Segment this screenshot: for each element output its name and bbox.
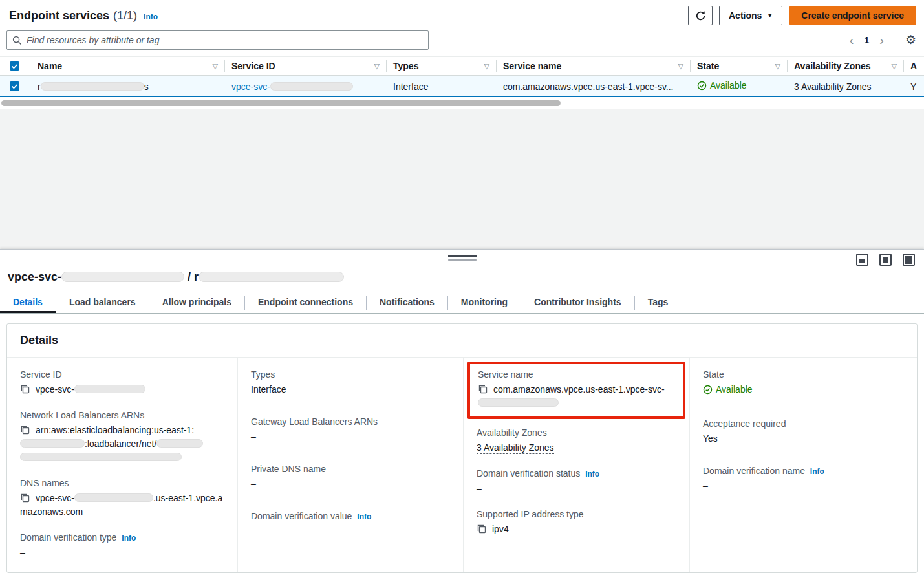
redacted-text (41, 82, 144, 91)
field-domain-verification-type: Domain verification type Info – (20, 532, 224, 559)
column-header-service-name[interactable]: Service name▽ (497, 60, 691, 72)
copy-icon[interactable] (20, 425, 30, 435)
copy-icon[interactable] (478, 384, 488, 395)
field-types: Types Interface (251, 369, 450, 396)
sort-icon[interactable]: ▽ (775, 62, 780, 70)
details-column-3: Service name com.amazonaws.vpce.us-east-… (464, 358, 690, 572)
refresh-button[interactable] (688, 6, 713, 25)
redacted-text (61, 272, 184, 282)
column-header-types[interactable]: Types▽ (387, 60, 497, 72)
field-state: State Available (703, 369, 904, 398)
search-input[interactable] (27, 35, 423, 45)
tab-allow-principals[interactable]: Allow principals (149, 293, 244, 313)
table-header-row: Name▽ Service ID▽ Types▽ Service name▽ S… (0, 57, 924, 76)
info-link[interactable]: Info (357, 512, 371, 521)
info-link[interactable]: Info (810, 467, 824, 476)
field-availability-zones: Availability Zones 3 Availability Zones (477, 427, 676, 455)
cell-state: Available (691, 80, 788, 92)
copy-icon[interactable] (477, 524, 487, 534)
field-service-id: Service ID vpce-svc- (20, 369, 224, 396)
scrollbar-thumb[interactable] (1, 100, 561, 106)
field-dns-names: DNS names vpce-svc-.us-east-1.vpce.amazo… (20, 478, 224, 519)
tab-monitoring[interactable]: Monitoring (448, 293, 521, 313)
details-card: Details Service ID vpce-svc- Network Loa… (6, 323, 918, 573)
field-label: Private DNS name (251, 464, 450, 474)
tab-contributor-insights[interactable]: Contributor Insights (521, 293, 634, 313)
tab-endpoint-connections[interactable]: Endpoint connections (245, 293, 366, 313)
status-available-icon (703, 385, 713, 395)
field-label: Service name (478, 369, 675, 380)
cell-name: rs (31, 81, 225, 92)
field-domain-verification-value: Domain verification value Info – (251, 511, 450, 538)
select-all-checkbox[interactable] (10, 61, 19, 71)
page-number[interactable]: 1 (861, 35, 872, 45)
details-column-2: Types Interface Gateway Load Balancers A… (238, 358, 464, 572)
gear-icon[interactable]: ⚙ (905, 34, 916, 47)
cell-service-name: com.amazonaws.vpce.us-east-1.vpce-sv... (497, 81, 691, 92)
field-label: Types (251, 369, 450, 380)
availability-zones-popover[interactable]: 3 Availability Zones (794, 81, 872, 92)
search-box[interactable] (6, 30, 429, 50)
field-acceptance-required: Acceptance required Yes (703, 418, 904, 446)
row-checkbox[interactable] (10, 81, 19, 91)
redacted-text (270, 82, 353, 91)
next-page-icon[interactable]: › (874, 34, 889, 47)
column-header-name[interactable]: Name▽ (31, 60, 225, 72)
field-domain-verification-name: Domain verification name Info – (703, 466, 904, 493)
status-available-icon (697, 81, 707, 91)
field-label: Network Load Balancers ARNs (20, 410, 224, 420)
field-label: Supported IP address type (477, 509, 676, 519)
sort-icon[interactable]: ▽ (484, 62, 489, 70)
check-icon (11, 83, 18, 90)
panel-resize-handle[interactable] (448, 255, 477, 261)
tab-details[interactable]: Details (0, 293, 56, 313)
create-label: Create endpoint service (801, 10, 904, 21)
field-domain-verification-status: Domain verification status Info – (477, 468, 676, 495)
field-service-name: Service name com.amazonaws.vpce.us-east-… (478, 369, 675, 410)
sort-icon[interactable]: ▽ (892, 62, 897, 70)
service-id-link[interactable]: vpce-svc- (231, 81, 353, 92)
search-icon (12, 36, 22, 45)
column-header-availability-zones[interactable]: Availability Zones▽ (788, 60, 904, 72)
table-row[interactable]: rs vpce-svc- Interface com.amazonaws.vpc… (0, 76, 924, 97)
field-private-dns-name: Private DNS name – (251, 464, 450, 491)
title-info-link[interactable]: Info (144, 12, 158, 21)
tab-load-balancers[interactable]: Load balancers (56, 293, 149, 313)
panel-half-size-icon[interactable] (879, 254, 892, 266)
field-nlb-arns: Network Load Balancers ARNs arn:aws:elas… (20, 410, 224, 464)
cell-partial: Y (904, 81, 924, 92)
refresh-icon (695, 10, 706, 21)
previous-page-icon[interactable]: ‹ (844, 34, 859, 47)
availability-zones-popover[interactable]: 3 Availability Zones (477, 442, 554, 454)
details-card-title: Details (7, 324, 917, 358)
field-supported-ip-address-type: Supported IP address type ipv4 (477, 509, 676, 536)
cell-service-id: vpce-svc- (225, 81, 387, 92)
tab-notifications[interactable]: Notifications (367, 293, 447, 313)
create-endpoint-service-button[interactable]: Create endpoint service (789, 6, 916, 25)
redacted-text (20, 439, 85, 448)
redacted-text (20, 453, 182, 461)
sort-icon[interactable]: ▽ (374, 62, 380, 70)
field-label: Acceptance required (703, 418, 904, 429)
column-header-state[interactable]: State▽ (691, 60, 788, 72)
info-link[interactable]: Info (585, 470, 599, 479)
detail-tabs: Details Load balancers Allow principals … (0, 293, 924, 314)
panel-collapse-icon[interactable] (856, 254, 868, 266)
tab-tags[interactable]: Tags (635, 293, 682, 313)
sort-icon[interactable]: ▽ (213, 62, 218, 70)
panel-full-size-icon[interactable] (903, 254, 915, 266)
copy-icon[interactable] (20, 493, 30, 503)
actions-button[interactable]: Actions ▼ (719, 6, 782, 25)
caret-down-icon: ▼ (767, 12, 773, 19)
resource-count: (1/1) (113, 9, 137, 23)
field-glb-arns: Gateway Load Balancers ARNs – (251, 416, 450, 444)
details-column-1: Service ID vpce-svc- Network Load Balanc… (7, 358, 238, 572)
endpoint-services-table: Name▽ Service ID▽ Types▽ Service name▽ S… (0, 56, 924, 109)
check-icon (11, 63, 18, 70)
sort-icon[interactable]: ▽ (678, 62, 683, 70)
column-header-service-id[interactable]: Service ID▽ (225, 60, 387, 72)
field-label: DNS names (20, 478, 224, 488)
redacted-text (156, 439, 203, 448)
info-link[interactable]: Info (122, 534, 136, 543)
copy-icon[interactable] (20, 384, 30, 395)
